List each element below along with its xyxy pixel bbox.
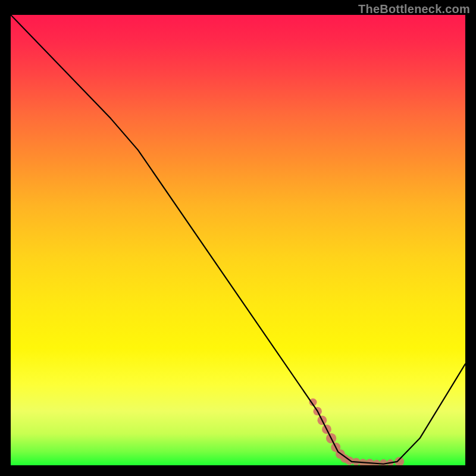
chart-svg: [11, 15, 465, 465]
scatter-point: [365, 459, 374, 465]
chart-container: TheBottleneck.com: [0, 0, 476, 476]
scatter-point: [373, 459, 380, 465]
plot-area: [11, 15, 465, 465]
watermark-text: TheBottleneck.com: [358, 2, 470, 16]
scatter-point: [394, 457, 404, 465]
bottleneck-curve: [11, 15, 465, 464]
scatter-group: [309, 399, 405, 465]
